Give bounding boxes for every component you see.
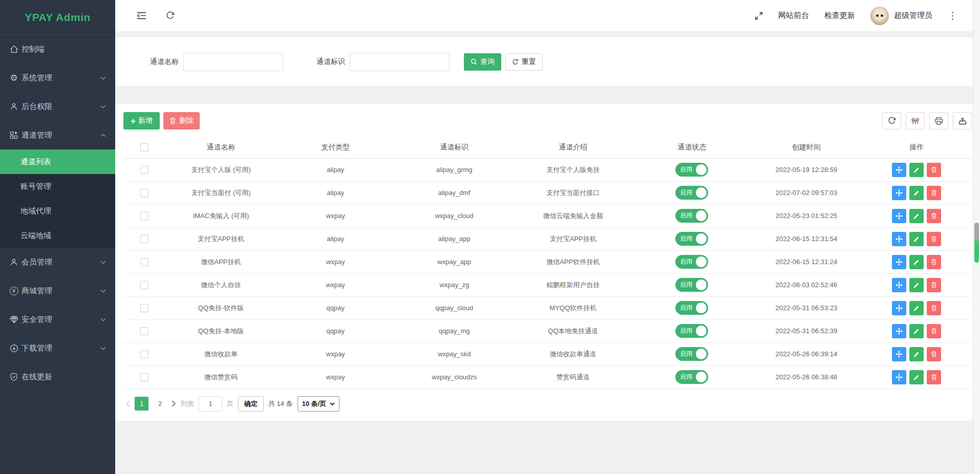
page-button-2[interactable]: 2 xyxy=(153,397,167,411)
cell-channel-name: QQ免挂-本地版 xyxy=(166,319,276,342)
sidebar-subitem-channel-list[interactable]: 通道列表 xyxy=(0,149,115,174)
edit-button[interactable] xyxy=(909,278,924,292)
collapse-sidebar-icon[interactable] xyxy=(137,12,146,19)
move-button[interactable] xyxy=(892,278,906,292)
goto-page-input[interactable] xyxy=(199,396,222,412)
sidebar-subitem-accounts[interactable]: 账号管理 xyxy=(0,174,115,199)
columns-toggle-button[interactable] xyxy=(906,112,925,130)
status-toggle[interactable]: 启用 xyxy=(675,278,708,292)
goto-confirm-button[interactable]: 确定 xyxy=(238,396,264,412)
prev-page-icon[interactable] xyxy=(125,400,130,407)
site-front-link[interactable]: 网站前台 xyxy=(778,11,809,20)
sidebar-item-members[interactable]: 会员管理 xyxy=(0,248,115,276)
row-checkbox[interactable] xyxy=(140,235,148,243)
row-delete-button[interactable] xyxy=(927,347,941,361)
sidebar-subitem-cloud-region[interactable]: 云端地域 xyxy=(0,223,115,248)
edit-button[interactable] xyxy=(909,209,924,223)
sidebar-nav: 控制端 ⚙ 系统管理 后台权限 xyxy=(0,35,115,391)
move-button[interactable] xyxy=(892,255,906,269)
row-actions xyxy=(862,278,972,292)
refresh-table-button[interactable] xyxy=(882,112,901,130)
status-toggle[interactable]: 启用 xyxy=(675,370,708,384)
row-checkbox[interactable] xyxy=(140,373,148,381)
cell-channel-desc: MYQQ软件挂机 xyxy=(514,296,632,319)
row-checkbox[interactable] xyxy=(140,304,148,312)
status-toggle[interactable]: 启用 xyxy=(675,163,708,177)
edit-button[interactable] xyxy=(909,186,924,200)
edit-button[interactable] xyxy=(909,370,924,384)
row-checkbox[interactable] xyxy=(140,189,148,197)
row-delete-button[interactable] xyxy=(927,370,941,384)
edit-button[interactable] xyxy=(909,255,924,269)
sidebar-item-system[interactable]: ⚙ 系统管理 xyxy=(0,63,115,92)
fullscreen-icon[interactable] xyxy=(755,12,763,20)
shield-check-icon xyxy=(9,372,18,381)
row-checkbox[interactable] xyxy=(140,327,148,335)
status-toggle[interactable]: 启用 xyxy=(675,186,708,200)
status-toggle[interactable]: 启用 xyxy=(675,301,708,315)
query-button[interactable]: 查询 xyxy=(464,53,501,71)
row-delete-button[interactable] xyxy=(927,278,941,292)
row-delete-button[interactable] xyxy=(927,255,941,269)
edit-button[interactable] xyxy=(909,324,924,338)
edit-button[interactable] xyxy=(909,232,924,246)
row-delete-button[interactable] xyxy=(927,209,941,223)
status-toggle[interactable]: 启用 xyxy=(675,255,708,269)
row-checkbox[interactable] xyxy=(140,281,148,289)
select-all-checkbox[interactable] xyxy=(140,143,148,152)
reset-button[interactable]: 重置 xyxy=(505,53,543,71)
page-button-1[interactable]: 1 xyxy=(135,397,148,411)
row-delete-button[interactable] xyxy=(927,324,941,338)
channel-name-input[interactable] xyxy=(183,53,283,71)
sidebar-item-online-update[interactable]: 在线更新 xyxy=(0,362,115,391)
sidebar-item-channels[interactable]: 通道管理 xyxy=(0,121,115,149)
move-button[interactable] xyxy=(892,324,906,338)
cell-channel-name: 支付宝个人版 (可用) xyxy=(166,158,276,181)
edit-button[interactable] xyxy=(909,163,924,177)
sidebar-item-security[interactable]: 安全管理 xyxy=(0,305,115,334)
sidebar-item-mall[interactable]: ¥ 商城管理 xyxy=(0,276,115,305)
add-button[interactable]: + 新增 xyxy=(123,112,160,130)
row-delete-button[interactable] xyxy=(927,232,941,246)
edit-button[interactable] xyxy=(909,347,924,361)
status-toggle[interactable]: 启用 xyxy=(675,209,708,223)
move-button[interactable] xyxy=(892,163,906,177)
sidebar-subitem-region-agent[interactable]: 地域代理 xyxy=(0,199,115,223)
row-checkbox[interactable] xyxy=(140,166,148,174)
export-button[interactable] xyxy=(953,112,972,130)
channel-code-input[interactable] xyxy=(350,53,450,71)
row-checkbox[interactable] xyxy=(140,258,148,266)
print-button[interactable] xyxy=(929,112,948,130)
next-page-icon[interactable] xyxy=(172,400,176,407)
trash-icon xyxy=(931,235,937,242)
move-button[interactable] xyxy=(892,232,906,246)
status-toggle[interactable]: 启用 xyxy=(675,324,708,338)
user-menu[interactable]: 超级管理员 xyxy=(870,7,932,25)
sidebar-item-dashboard[interactable]: 控制端 xyxy=(0,35,115,63)
sidebar-item-downloads[interactable]: 下载管理 xyxy=(0,334,115,362)
row-checkbox[interactable] xyxy=(140,212,148,220)
move-button[interactable] xyxy=(892,347,906,361)
table-header: 通道名称 支付类型 通道标识 通道介绍 通道状态 创建时间 操作 xyxy=(123,137,972,158)
scrollbar-thumb[interactable] xyxy=(974,223,979,263)
row-checkbox[interactable] xyxy=(140,350,148,358)
more-menu-icon[interactable]: ⋮ xyxy=(948,11,957,20)
check-update-link[interactable]: 检查更新 xyxy=(824,11,855,20)
cell-pay-type: wxpay xyxy=(276,204,395,227)
refresh-page-icon[interactable] xyxy=(166,11,175,20)
page-size-select[interactable]: 10 条/页 xyxy=(297,396,340,412)
row-delete-button[interactable] xyxy=(927,301,941,315)
caret-down-icon xyxy=(330,402,335,405)
move-button[interactable] xyxy=(892,209,906,223)
edit-button[interactable] xyxy=(909,301,924,315)
sidebar-item-permissions[interactable]: 后台权限 xyxy=(0,92,115,121)
row-delete-button[interactable] xyxy=(927,186,941,200)
status-toggle[interactable]: 启用 xyxy=(675,232,708,246)
status-toggle[interactable]: 启用 xyxy=(675,347,708,361)
move-button[interactable] xyxy=(892,370,906,384)
delete-button[interactable]: 删除 xyxy=(163,112,200,130)
row-delete-button[interactable] xyxy=(927,163,941,177)
move-button[interactable] xyxy=(892,186,906,200)
move-button[interactable] xyxy=(892,301,906,315)
toggle-knob xyxy=(696,256,707,267)
